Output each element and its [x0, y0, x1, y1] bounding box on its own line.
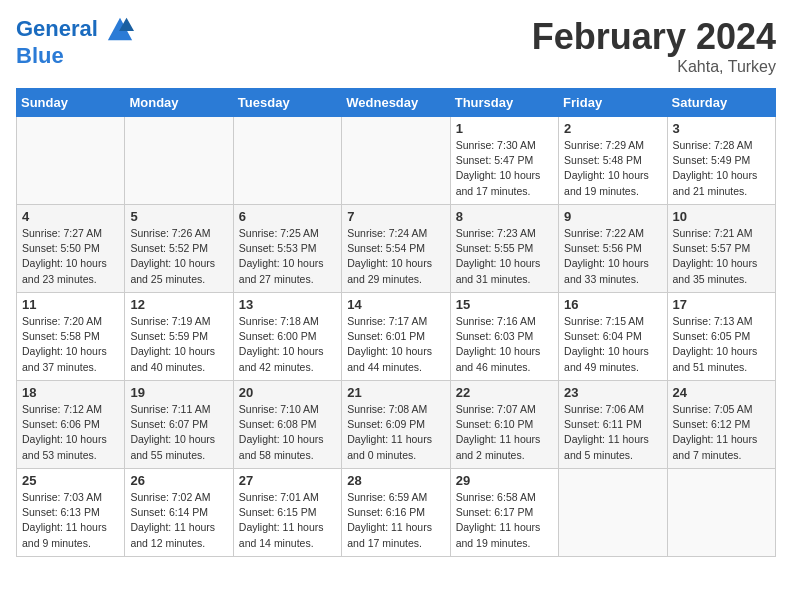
weekday-header-sunday: Sunday: [17, 89, 125, 117]
calendar-cell: 20Sunrise: 7:10 AM Sunset: 6:08 PM Dayli…: [233, 381, 341, 469]
day-info: Sunrise: 7:17 AM Sunset: 6:01 PM Dayligh…: [347, 314, 444, 375]
day-info: Sunrise: 7:20 AM Sunset: 5:58 PM Dayligh…: [22, 314, 119, 375]
day-number: 15: [456, 297, 553, 312]
day-number: 25: [22, 473, 119, 488]
day-number: 11: [22, 297, 119, 312]
day-info: Sunrise: 7:08 AM Sunset: 6:09 PM Dayligh…: [347, 402, 444, 463]
day-info: Sunrise: 7:11 AM Sunset: 6:07 PM Dayligh…: [130, 402, 227, 463]
calendar-cell: 5Sunrise: 7:26 AM Sunset: 5:52 PM Daylig…: [125, 205, 233, 293]
day-info: Sunrise: 7:06 AM Sunset: 6:11 PM Dayligh…: [564, 402, 661, 463]
day-number: 12: [130, 297, 227, 312]
calendar-cell: 12Sunrise: 7:19 AM Sunset: 5:59 PM Dayli…: [125, 293, 233, 381]
day-info: Sunrise: 7:24 AM Sunset: 5:54 PM Dayligh…: [347, 226, 444, 287]
calendar-cell: 16Sunrise: 7:15 AM Sunset: 6:04 PM Dayli…: [559, 293, 667, 381]
day-number: 23: [564, 385, 661, 400]
calendar-cell: 14Sunrise: 7:17 AM Sunset: 6:01 PM Dayli…: [342, 293, 450, 381]
day-info: Sunrise: 7:22 AM Sunset: 5:56 PM Dayligh…: [564, 226, 661, 287]
title-block: February 2024 Kahta, Turkey: [532, 16, 776, 76]
calendar-cell: [17, 117, 125, 205]
day-info: Sunrise: 6:59 AM Sunset: 6:16 PM Dayligh…: [347, 490, 444, 551]
day-number: 20: [239, 385, 336, 400]
day-number: 3: [673, 121, 770, 136]
day-info: Sunrise: 7:03 AM Sunset: 6:13 PM Dayligh…: [22, 490, 119, 551]
calendar-cell: 22Sunrise: 7:07 AM Sunset: 6:10 PM Dayli…: [450, 381, 558, 469]
calendar-cell: 25Sunrise: 7:03 AM Sunset: 6:13 PM Dayli…: [17, 469, 125, 557]
calendar-cell: 3Sunrise: 7:28 AM Sunset: 5:49 PM Daylig…: [667, 117, 775, 205]
day-info: Sunrise: 7:28 AM Sunset: 5:49 PM Dayligh…: [673, 138, 770, 199]
day-number: 2: [564, 121, 661, 136]
day-info: Sunrise: 6:58 AM Sunset: 6:17 PM Dayligh…: [456, 490, 553, 551]
day-info: Sunrise: 7:21 AM Sunset: 5:57 PM Dayligh…: [673, 226, 770, 287]
day-number: 19: [130, 385, 227, 400]
day-number: 4: [22, 209, 119, 224]
day-number: 18: [22, 385, 119, 400]
day-info: Sunrise: 7:16 AM Sunset: 6:03 PM Dayligh…: [456, 314, 553, 375]
month-title: February 2024: [532, 16, 776, 58]
calendar-cell: 10Sunrise: 7:21 AM Sunset: 5:57 PM Dayli…: [667, 205, 775, 293]
day-number: 7: [347, 209, 444, 224]
day-info: Sunrise: 7:25 AM Sunset: 5:53 PM Dayligh…: [239, 226, 336, 287]
weekday-header-friday: Friday: [559, 89, 667, 117]
day-info: Sunrise: 7:27 AM Sunset: 5:50 PM Dayligh…: [22, 226, 119, 287]
weekday-header-wednesday: Wednesday: [342, 89, 450, 117]
calendar-cell: 9Sunrise: 7:22 AM Sunset: 5:56 PM Daylig…: [559, 205, 667, 293]
calendar-cell: [667, 469, 775, 557]
weekday-header-monday: Monday: [125, 89, 233, 117]
day-info: Sunrise: 7:19 AM Sunset: 5:59 PM Dayligh…: [130, 314, 227, 375]
calendar-cell: [559, 469, 667, 557]
day-info: Sunrise: 7:15 AM Sunset: 6:04 PM Dayligh…: [564, 314, 661, 375]
calendar-cell: 18Sunrise: 7:12 AM Sunset: 6:06 PM Dayli…: [17, 381, 125, 469]
calendar-cell: 15Sunrise: 7:16 AM Sunset: 6:03 PM Dayli…: [450, 293, 558, 381]
day-info: Sunrise: 7:26 AM Sunset: 5:52 PM Dayligh…: [130, 226, 227, 287]
weekday-header-saturday: Saturday: [667, 89, 775, 117]
day-info: Sunrise: 7:10 AM Sunset: 6:08 PM Dayligh…: [239, 402, 336, 463]
day-number: 22: [456, 385, 553, 400]
day-info: Sunrise: 7:02 AM Sunset: 6:14 PM Dayligh…: [130, 490, 227, 551]
calendar-cell: 23Sunrise: 7:06 AM Sunset: 6:11 PM Dayli…: [559, 381, 667, 469]
day-info: Sunrise: 7:29 AM Sunset: 5:48 PM Dayligh…: [564, 138, 661, 199]
calendar-cell: 4Sunrise: 7:27 AM Sunset: 5:50 PM Daylig…: [17, 205, 125, 293]
day-number: 27: [239, 473, 336, 488]
day-info: Sunrise: 7:18 AM Sunset: 6:00 PM Dayligh…: [239, 314, 336, 375]
day-number: 29: [456, 473, 553, 488]
day-number: 24: [673, 385, 770, 400]
calendar-cell: 21Sunrise: 7:08 AM Sunset: 6:09 PM Dayli…: [342, 381, 450, 469]
day-number: 17: [673, 297, 770, 312]
logo-blue: Blue: [16, 44, 134, 68]
calendar-cell: 2Sunrise: 7:29 AM Sunset: 5:48 PM Daylig…: [559, 117, 667, 205]
location: Kahta, Turkey: [532, 58, 776, 76]
day-number: 8: [456, 209, 553, 224]
calendar-cell: 29Sunrise: 6:58 AM Sunset: 6:17 PM Dayli…: [450, 469, 558, 557]
weekday-header-tuesday: Tuesday: [233, 89, 341, 117]
day-number: 16: [564, 297, 661, 312]
weekday-header-thursday: Thursday: [450, 89, 558, 117]
calendar-cell: 1Sunrise: 7:30 AM Sunset: 5:47 PM Daylig…: [450, 117, 558, 205]
calendar-cell: 17Sunrise: 7:13 AM Sunset: 6:05 PM Dayli…: [667, 293, 775, 381]
logo-text: General: [16, 16, 134, 44]
page-header: General Blue February 2024 Kahta, Turkey: [16, 16, 776, 76]
day-number: 10: [673, 209, 770, 224]
day-number: 26: [130, 473, 227, 488]
day-number: 13: [239, 297, 336, 312]
calendar-table: SundayMondayTuesdayWednesdayThursdayFrid…: [16, 88, 776, 557]
calendar-cell: 27Sunrise: 7:01 AM Sunset: 6:15 PM Dayli…: [233, 469, 341, 557]
day-number: 9: [564, 209, 661, 224]
day-number: 6: [239, 209, 336, 224]
calendar-cell: [342, 117, 450, 205]
day-info: Sunrise: 7:07 AM Sunset: 6:10 PM Dayligh…: [456, 402, 553, 463]
calendar-cell: 28Sunrise: 6:59 AM Sunset: 6:16 PM Dayli…: [342, 469, 450, 557]
day-number: 1: [456, 121, 553, 136]
calendar-cell: 19Sunrise: 7:11 AM Sunset: 6:07 PM Dayli…: [125, 381, 233, 469]
calendar-cell: 26Sunrise: 7:02 AM Sunset: 6:14 PM Dayli…: [125, 469, 233, 557]
calendar-cell: 6Sunrise: 7:25 AM Sunset: 5:53 PM Daylig…: [233, 205, 341, 293]
day-info: Sunrise: 7:30 AM Sunset: 5:47 PM Dayligh…: [456, 138, 553, 199]
calendar-cell: 7Sunrise: 7:24 AM Sunset: 5:54 PM Daylig…: [342, 205, 450, 293]
calendar-cell: 13Sunrise: 7:18 AM Sunset: 6:00 PM Dayli…: [233, 293, 341, 381]
day-number: 14: [347, 297, 444, 312]
calendar-cell: 8Sunrise: 7:23 AM Sunset: 5:55 PM Daylig…: [450, 205, 558, 293]
calendar-cell: 11Sunrise: 7:20 AM Sunset: 5:58 PM Dayli…: [17, 293, 125, 381]
logo: General Blue: [16, 16, 134, 68]
day-number: 5: [130, 209, 227, 224]
day-info: Sunrise: 7:12 AM Sunset: 6:06 PM Dayligh…: [22, 402, 119, 463]
day-info: Sunrise: 7:01 AM Sunset: 6:15 PM Dayligh…: [239, 490, 336, 551]
